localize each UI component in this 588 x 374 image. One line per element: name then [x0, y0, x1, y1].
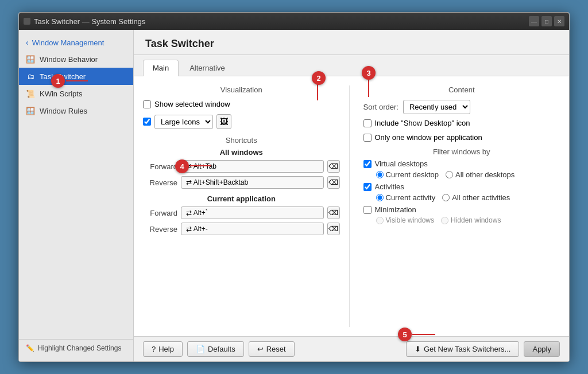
combo-enable-checkbox[interactable] [143, 118, 151, 126]
all-windows-title: All windows [143, 148, 340, 157]
sidebar-item-kwin-scripts[interactable]: 📜 KWin Scripts [19, 85, 133, 102]
minimization-row: Minimization [363, 205, 560, 214]
current-app-title: Current application [143, 194, 340, 203]
maximize-button[interactable]: □ [541, 16, 552, 26]
reverse-app-row: Reverse ⇄ Alt+- ⌫ [143, 223, 340, 235]
all-other-desktops-label: All other desktops [455, 170, 514, 179]
sidebar-label-window-behavior: Window Behavior [40, 55, 98, 64]
forward-all-input[interactable]: ⇄ Alt+Tab [181, 160, 324, 173]
all-other-desktops-radio[interactable] [446, 171, 453, 178]
show-selected-window-row: Show selected window [143, 100, 340, 108]
forward-app-row: Forward ⇄ Alt+` ⌫ [143, 207, 340, 219]
visualization-title: Visualization [143, 85, 340, 94]
reverse-all-clear[interactable]: ⌫ [327, 176, 340, 189]
hidden-windows-radio-row: Hidden windows [441, 216, 501, 224]
show-selected-window-label: Show selected window [154, 100, 230, 108]
reverse-all-input[interactable]: ⇄ Alt+Shift+Backtab [181, 176, 324, 189]
sidebar-item-window-rules[interactable]: 🪟 Window Rules [19, 102, 133, 119]
window-rules-icon: 🪟 [26, 106, 35, 115]
reset-icon: ↩ [257, 345, 264, 353]
bottom-right: ⬇ Get New Task Switchers... Apply [406, 341, 560, 357]
defaults-label: Defaults [208, 345, 235, 353]
reverse-app-clear[interactable]: ⌫ [327, 223, 340, 235]
hidden-windows-radio[interactable] [441, 217, 448, 224]
highlight-icon: ✏️ [26, 344, 34, 352]
sort-label: Sort order: [363, 103, 399, 111]
one-window-per-app-checkbox[interactable] [363, 134, 372, 142]
visible-windows-label: Visible windows [386, 216, 435, 224]
shortcuts-section: Shortcuts All windows Forward ⇄ Alt+Tab … [143, 136, 340, 235]
task-switcher-icon: 🗂 [26, 72, 35, 81]
kwin-scripts-icon: 📜 [26, 89, 35, 98]
defaults-button[interactable]: 📄 Defaults [187, 341, 244, 357]
large-icons-select[interactable]: Large Icons Small Icons List Thumbnails [154, 115, 213, 129]
one-window-per-app-label: Only one window per application [375, 133, 482, 142]
forward-app-input[interactable]: ⇄ Alt+` [181, 207, 324, 219]
window-behavior-icon: 🪟 [26, 54, 35, 64]
bottom-bar: ? Help 📄 Defaults ↩ Reset ⬇ Get [134, 336, 569, 361]
visualization-preview-button[interactable]: 🖼 [216, 114, 231, 129]
minimize-button[interactable]: — [529, 16, 539, 26]
minimization-checkbox[interactable] [363, 206, 372, 214]
include-desktop-icon-row: Include "Show Desktop" icon [363, 119, 560, 127]
forward-all-label: Forward [143, 162, 177, 171]
activities-row: Activities [363, 182, 560, 191]
tabs-bar: Main Alternative [134, 55, 569, 76]
sidebar-item-window-behavior[interactable]: 🪟 Window Behavior [19, 50, 133, 68]
left-section: Visualization Show selected window Large… [143, 85, 350, 327]
sort-row: Sort order: Recently used Alphabetically… [363, 100, 560, 114]
activities-checkbox[interactable] [363, 183, 372, 191]
combo-row: Large Icons Small Icons List Thumbnails … [143, 114, 340, 129]
reset-button[interactable]: ↩ Reset [249, 341, 295, 357]
get-new-button[interactable]: ⬇ Get New Task Switchers... [406, 341, 519, 357]
back-button[interactable]: ‹ Window Management [19, 34, 133, 50]
desktop-radio-group: Current desktop All other desktops [376, 170, 560, 179]
current-desktop-label: Current desktop [386, 170, 439, 179]
virtual-desktops-checkbox[interactable] [363, 160, 372, 168]
activity-radio-group: Current activity All other activities [376, 193, 560, 202]
tab-main[interactable]: Main [143, 60, 179, 76]
sort-order-select[interactable]: Recently used Alphabetically Desktop [403, 100, 470, 114]
all-other-activities-radio[interactable] [442, 194, 450, 201]
highlight-label: Highlight Changed Settings [38, 344, 121, 352]
forward-all-row: Forward ⇄ Alt+Tab ⌫ [143, 160, 340, 173]
main-panel: Task Switcher Main Alternative Visualiza… [134, 30, 569, 361]
all-other-desktops-radio-row: All other desktops [446, 170, 514, 179]
reverse-app-value: ⇄ Alt+- [186, 225, 208, 233]
sidebar: ‹ Window Management 🪟 Window Behavior 🗂 … [19, 30, 134, 361]
current-desktop-radio[interactable] [376, 171, 384, 178]
reverse-all-row: Reverse ⇄ Alt+Shift+Backtab ⌫ [143, 176, 340, 189]
sidebar-label-window-rules: Window Rules [40, 107, 87, 115]
forward-app-value: ⇄ Alt+` [186, 209, 208, 217]
filter-title: Filter windows by [363, 147, 560, 156]
show-selected-window-checkbox[interactable] [143, 100, 151, 108]
minimization-radio-group: Visible windows Hidden windows [376, 216, 560, 224]
sidebar-item-task-switcher[interactable]: 🗂 Task Switcher [19, 68, 133, 85]
highlight-changed-settings[interactable]: ✏️ Highlight Changed Settings [19, 339, 133, 357]
titlebar-controls[interactable]: — □ ✕ [529, 16, 564, 26]
defaults-icon: 📄 [196, 345, 205, 353]
reverse-all-label: Reverse [143, 178, 177, 187]
help-button[interactable]: ? Help [143, 341, 183, 357]
all-other-activities-label: All other activities [452, 193, 510, 202]
shortcuts-title: Shortcuts [143, 136, 340, 145]
reverse-app-input[interactable]: ⇄ Alt+- [181, 223, 324, 235]
sidebar-label-task-switcher: Task Switcher [40, 72, 86, 81]
forward-all-clear[interactable]: ⌫ [327, 160, 340, 173]
reverse-all-value: ⇄ Alt+Shift+Backtab [186, 178, 248, 186]
apply-button[interactable]: Apply [524, 341, 560, 357]
forward-app-label: Forward [143, 209, 177, 217]
include-desktop-icon-checkbox[interactable] [363, 119, 372, 127]
back-icon: ‹ [26, 38, 29, 47]
apply-label: Apply [532, 345, 551, 353]
forward-app-clear[interactable]: ⌫ [327, 207, 340, 219]
sidebar-label-kwin-scripts: KWin Scripts [40, 89, 82, 98]
visible-windows-radio[interactable] [376, 217, 384, 224]
tab-alternative[interactable]: Alternative [180, 60, 234, 76]
close-button[interactable]: ✕ [554, 16, 564, 26]
virtual-desktops-row: Virtual desktops [363, 159, 560, 168]
right-section: Content Sort order: Recently used Alphab… [359, 85, 560, 327]
titlebar-left: Task Switcher — System Settings [24, 17, 145, 26]
content-area: ‹ Window Management 🪟 Window Behavior 🗂 … [19, 30, 569, 361]
current-activity-radio[interactable] [376, 194, 384, 201]
